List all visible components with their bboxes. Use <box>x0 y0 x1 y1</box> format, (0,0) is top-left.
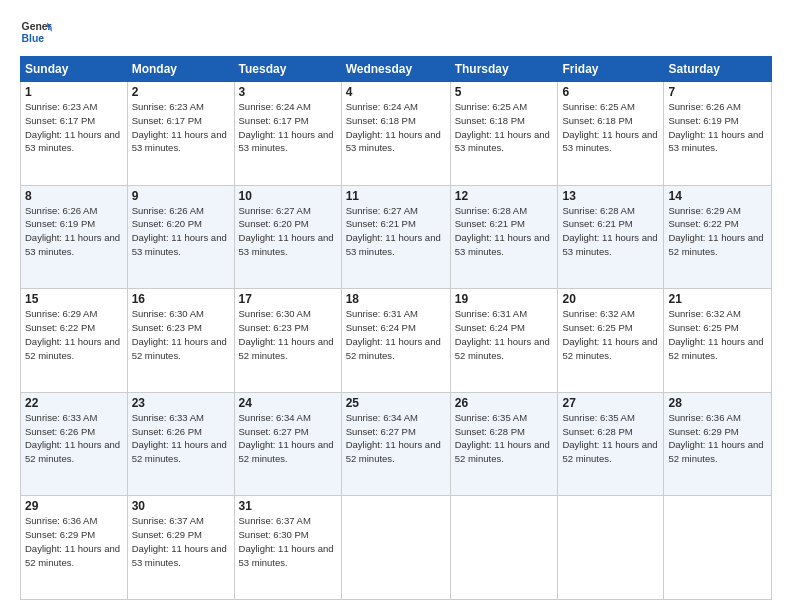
day-info: Sunrise: 6:31 AMSunset: 6:24 PMDaylight:… <box>346 308 441 360</box>
day-info: Sunrise: 6:24 AMSunset: 6:18 PMDaylight:… <box>346 101 441 153</box>
day-info: Sunrise: 6:36 AMSunset: 6:29 PMDaylight:… <box>25 515 120 567</box>
day-number: 6 <box>562 85 659 99</box>
day-number: 1 <box>25 85 123 99</box>
day-info: Sunrise: 6:28 AMSunset: 6:21 PMDaylight:… <box>455 205 550 257</box>
calendar-cell: 3 Sunrise: 6:24 AMSunset: 6:17 PMDayligh… <box>234 82 341 186</box>
day-number: 16 <box>132 292 230 306</box>
day-number: 21 <box>668 292 767 306</box>
day-number: 17 <box>239 292 337 306</box>
calendar-cell <box>558 496 664 600</box>
calendar-cell: 8 Sunrise: 6:26 AMSunset: 6:19 PMDayligh… <box>21 185 128 289</box>
day-number: 3 <box>239 85 337 99</box>
day-info: Sunrise: 6:29 AMSunset: 6:22 PMDaylight:… <box>668 205 763 257</box>
calendar-cell: 30 Sunrise: 6:37 AMSunset: 6:29 PMDaylig… <box>127 496 234 600</box>
day-number: 28 <box>668 396 767 410</box>
day-info: Sunrise: 6:26 AMSunset: 6:19 PMDaylight:… <box>668 101 763 153</box>
day-number: 31 <box>239 499 337 513</box>
day-number: 24 <box>239 396 337 410</box>
calendar-cell: 20 Sunrise: 6:32 AMSunset: 6:25 PMDaylig… <box>558 289 664 393</box>
day-info: Sunrise: 6:26 AMSunset: 6:20 PMDaylight:… <box>132 205 227 257</box>
day-number: 25 <box>346 396 446 410</box>
logo: General Blue <box>20 16 52 48</box>
day-number: 5 <box>455 85 554 99</box>
calendar-table: SundayMondayTuesdayWednesdayThursdayFrid… <box>20 56 772 600</box>
calendar-cell: 2 Sunrise: 6:23 AMSunset: 6:17 PMDayligh… <box>127 82 234 186</box>
col-header-wednesday: Wednesday <box>341 57 450 82</box>
day-number: 11 <box>346 189 446 203</box>
calendar-cell: 10 Sunrise: 6:27 AMSunset: 6:20 PMDaylig… <box>234 185 341 289</box>
day-number: 23 <box>132 396 230 410</box>
day-info: Sunrise: 6:29 AMSunset: 6:22 PMDaylight:… <box>25 308 120 360</box>
calendar-cell: 15 Sunrise: 6:29 AMSunset: 6:22 PMDaylig… <box>21 289 128 393</box>
calendar-cell: 1 Sunrise: 6:23 AMSunset: 6:17 PMDayligh… <box>21 82 128 186</box>
day-number: 10 <box>239 189 337 203</box>
calendar-cell: 4 Sunrise: 6:24 AMSunset: 6:18 PMDayligh… <box>341 82 450 186</box>
calendar-cell: 12 Sunrise: 6:28 AMSunset: 6:21 PMDaylig… <box>450 185 558 289</box>
calendar-cell: 6 Sunrise: 6:25 AMSunset: 6:18 PMDayligh… <box>558 82 664 186</box>
calendar-cell: 31 Sunrise: 6:37 AMSunset: 6:30 PMDaylig… <box>234 496 341 600</box>
day-info: Sunrise: 6:27 AMSunset: 6:20 PMDaylight:… <box>239 205 334 257</box>
day-info: Sunrise: 6:28 AMSunset: 6:21 PMDaylight:… <box>562 205 657 257</box>
calendar-cell: 29 Sunrise: 6:36 AMSunset: 6:29 PMDaylig… <box>21 496 128 600</box>
calendar-cell: 19 Sunrise: 6:31 AMSunset: 6:24 PMDaylig… <box>450 289 558 393</box>
page-header: General Blue <box>20 16 772 48</box>
day-info: Sunrise: 6:35 AMSunset: 6:28 PMDaylight:… <box>562 412 657 464</box>
day-number: 12 <box>455 189 554 203</box>
calendar-cell: 27 Sunrise: 6:35 AMSunset: 6:28 PMDaylig… <box>558 392 664 496</box>
day-number: 26 <box>455 396 554 410</box>
day-info: Sunrise: 6:31 AMSunset: 6:24 PMDaylight:… <box>455 308 550 360</box>
calendar-cell <box>664 496 772 600</box>
day-info: Sunrise: 6:33 AMSunset: 6:26 PMDaylight:… <box>25 412 120 464</box>
calendar-cell: 17 Sunrise: 6:30 AMSunset: 6:23 PMDaylig… <box>234 289 341 393</box>
day-number: 27 <box>562 396 659 410</box>
day-number: 9 <box>132 189 230 203</box>
day-info: Sunrise: 6:37 AMSunset: 6:30 PMDaylight:… <box>239 515 334 567</box>
calendar-cell: 14 Sunrise: 6:29 AMSunset: 6:22 PMDaylig… <box>664 185 772 289</box>
calendar-cell: 26 Sunrise: 6:35 AMSunset: 6:28 PMDaylig… <box>450 392 558 496</box>
day-info: Sunrise: 6:32 AMSunset: 6:25 PMDaylight:… <box>668 308 763 360</box>
day-number: 19 <box>455 292 554 306</box>
col-header-monday: Monday <box>127 57 234 82</box>
col-header-sunday: Sunday <box>21 57 128 82</box>
calendar-cell: 13 Sunrise: 6:28 AMSunset: 6:21 PMDaylig… <box>558 185 664 289</box>
day-info: Sunrise: 6:37 AMSunset: 6:29 PMDaylight:… <box>132 515 227 567</box>
day-number: 8 <box>25 189 123 203</box>
day-info: Sunrise: 6:36 AMSunset: 6:29 PMDaylight:… <box>668 412 763 464</box>
calendar-cell <box>450 496 558 600</box>
day-number: 30 <box>132 499 230 513</box>
day-number: 22 <box>25 396 123 410</box>
calendar-cell: 21 Sunrise: 6:32 AMSunset: 6:25 PMDaylig… <box>664 289 772 393</box>
day-info: Sunrise: 6:25 AMSunset: 6:18 PMDaylight:… <box>562 101 657 153</box>
calendar-cell: 23 Sunrise: 6:33 AMSunset: 6:26 PMDaylig… <box>127 392 234 496</box>
day-number: 14 <box>668 189 767 203</box>
calendar-cell: 5 Sunrise: 6:25 AMSunset: 6:18 PMDayligh… <box>450 82 558 186</box>
day-number: 4 <box>346 85 446 99</box>
day-number: 13 <box>562 189 659 203</box>
day-number: 18 <box>346 292 446 306</box>
day-info: Sunrise: 6:25 AMSunset: 6:18 PMDaylight:… <box>455 101 550 153</box>
calendar-cell: 11 Sunrise: 6:27 AMSunset: 6:21 PMDaylig… <box>341 185 450 289</box>
calendar-cell: 25 Sunrise: 6:34 AMSunset: 6:27 PMDaylig… <box>341 392 450 496</box>
col-header-friday: Friday <box>558 57 664 82</box>
col-header-thursday: Thursday <box>450 57 558 82</box>
day-number: 20 <box>562 292 659 306</box>
day-number: 7 <box>668 85 767 99</box>
day-info: Sunrise: 6:33 AMSunset: 6:26 PMDaylight:… <box>132 412 227 464</box>
calendar-cell: 9 Sunrise: 6:26 AMSunset: 6:20 PMDayligh… <box>127 185 234 289</box>
col-header-saturday: Saturday <box>664 57 772 82</box>
day-info: Sunrise: 6:23 AMSunset: 6:17 PMDaylight:… <box>132 101 227 153</box>
day-info: Sunrise: 6:30 AMSunset: 6:23 PMDaylight:… <box>239 308 334 360</box>
day-number: 29 <box>25 499 123 513</box>
calendar-cell: 22 Sunrise: 6:33 AMSunset: 6:26 PMDaylig… <box>21 392 128 496</box>
calendar-cell: 24 Sunrise: 6:34 AMSunset: 6:27 PMDaylig… <box>234 392 341 496</box>
day-info: Sunrise: 6:23 AMSunset: 6:17 PMDaylight:… <box>25 101 120 153</box>
day-info: Sunrise: 6:35 AMSunset: 6:28 PMDaylight:… <box>455 412 550 464</box>
calendar-cell: 7 Sunrise: 6:26 AMSunset: 6:19 PMDayligh… <box>664 82 772 186</box>
svg-text:Blue: Blue <box>22 33 45 44</box>
day-info: Sunrise: 6:26 AMSunset: 6:19 PMDaylight:… <box>25 205 120 257</box>
calendar-cell: 16 Sunrise: 6:30 AMSunset: 6:23 PMDaylig… <box>127 289 234 393</box>
day-number: 2 <box>132 85 230 99</box>
calendar-cell <box>341 496 450 600</box>
day-number: 15 <box>25 292 123 306</box>
day-info: Sunrise: 6:27 AMSunset: 6:21 PMDaylight:… <box>346 205 441 257</box>
